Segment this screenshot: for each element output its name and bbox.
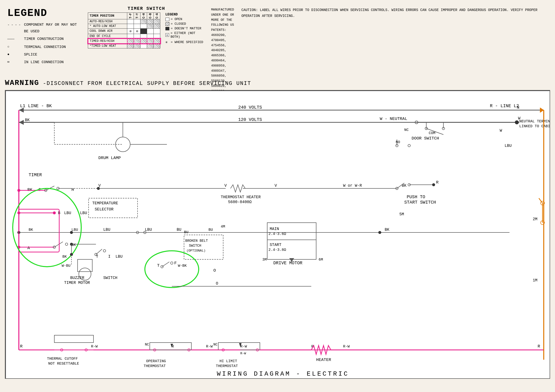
svg-marker-2	[19, 108, 24, 113]
bu-2: BU	[208, 228, 213, 232]
row-3-c4	[147, 28, 154, 34]
w-label-2: W	[500, 128, 502, 133]
lbu-b2: LBU	[80, 211, 87, 215]
black-label: = DOESN'T MATTER	[171, 27, 201, 30]
wiring-diagram-svg: L1 LINE - BK R - LINE L2 240 VOLTS 120 V…	[5, 91, 550, 379]
timer-row-6: *TIMED-LOW HEAT	[88, 44, 160, 48]
thermal-cutoff-2: NOT RESETTABLE	[48, 362, 79, 366]
svg-point-76	[432, 183, 435, 186]
w-or-wr: W or W-R	[343, 184, 362, 188]
r-line-l2: R - LINE L2	[490, 104, 519, 108]
svg-rect-82	[54, 335, 93, 343]
warning-bold: WARNING	[5, 79, 39, 87]
row-3-c2: ⊙	[134, 28, 140, 34]
bu-1: BU	[177, 228, 181, 232]
legend-text-5: IN LINE CONNECTION	[24, 59, 64, 66]
hi-limit-2: THERMOSTAT	[216, 364, 238, 368]
legend-text-3: TERMINAL CONNECTION	[24, 44, 66, 50]
either-label: = EITHER (NOT BOTH)	[171, 31, 205, 39]
start-ohm: 2.4-3.8Ω	[268, 248, 286, 252]
nc-bot-2: NC	[213, 343, 218, 346]
svg-point-64	[145, 251, 199, 288]
svg-point-45	[378, 231, 381, 234]
svg-point-62	[79, 268, 91, 280]
volts-120: 120 VOLTS	[238, 117, 262, 122]
tl-either: ⊙ = EITHER (NOT BOTH)	[165, 31, 205, 39]
push-to-start-1: PUSH TO	[407, 195, 425, 199]
legend-text-1: COMPONENT MAY OR MAY NOTBE USED	[24, 22, 77, 35]
row-5-c5	[154, 39, 160, 44]
row-6-c2	[134, 44, 140, 48]
broken-belt-3: (OPTIONAL)	[186, 249, 206, 253]
row-1-label: AUTO-REG/HIGH	[88, 19, 127, 24]
r-w-3: R-W	[206, 345, 213, 349]
warning-bar: WARNING -DISCONNECT FROM ELECTRICAL SUPP…	[5, 78, 550, 88]
o-label: O	[213, 268, 216, 273]
svg-rect-55	[78, 259, 92, 272]
row-4-c3	[140, 34, 147, 39]
row-2-c4	[147, 24, 154, 28]
l1-label: L1 LINE - BK	[20, 104, 52, 108]
hi-limit-1: HI LIMIT	[220, 359, 237, 363]
row-3-label: COOL DOWN AIR	[88, 28, 127, 34]
star-symbol: ✳	[165, 40, 169, 45]
row-4-c2	[134, 34, 140, 39]
lbu-mid: LBU	[145, 228, 152, 232]
row-5-c3	[140, 39, 147, 44]
three-m: 3M	[262, 258, 267, 262]
r-w-4: R-W	[240, 345, 247, 349]
legend-header: LEGEND	[165, 12, 205, 16]
bk-right: BK	[385, 228, 390, 232]
f-label: F	[174, 261, 177, 265]
diagram-area: L1 LINE - BK R - LINE L2 240 VOLTS 120 V…	[5, 90, 550, 379]
tl-closed: = CLOSED	[165, 22, 205, 26]
o-lower: O	[216, 281, 218, 286]
row-5-c1	[127, 39, 134, 44]
row-3-c1: ⊙	[127, 28, 134, 34]
dot-symbol: ●	[7, 51, 22, 58]
switch-label: SWITCH	[103, 276, 117, 280]
legend-item-5: ∞ IN LINE CONNECTION	[7, 59, 84, 66]
col-ca: C-A	[154, 13, 160, 19]
com-label: COM	[429, 131, 435, 135]
tl-black: = DOESN'T MATTER	[165, 27, 205, 30]
lbu-switch: LBU	[116, 254, 123, 259]
start-winding: START	[270, 243, 281, 247]
legend-item-2: ——— TIMER CONSTRUCTION	[7, 36, 84, 43]
drive-motor: DRIVE MOTOR	[273, 261, 302, 265]
v2: V	[224, 184, 227, 188]
closed-label: = CLOSED	[171, 22, 186, 26]
row-1-c5	[154, 19, 160, 24]
temp-sel-1: TEMPERATURE	[92, 201, 118, 206]
top-section: LEGEND - - - - COMPONENT MAY OR MAY NOTB…	[5, 5, 550, 76]
row-2-label: * AUTO-LOW HEAT	[88, 24, 127, 28]
v3: V	[275, 184, 277, 188]
five-m: 5M	[399, 212, 404, 217]
n-label: N	[517, 105, 519, 110]
no-label: NO	[396, 140, 400, 144]
svg-point-42	[70, 231, 73, 234]
caution-area: CAUTION: LABEL ALL WIRES PRIOR TO DISCON…	[239, 5, 550, 76]
c-label: BK	[27, 187, 33, 192]
w-bu: W-BU	[62, 264, 70, 268]
dashed-symbol: - - - -	[7, 22, 22, 29]
broken-belt-1: BROKEN BELT	[185, 239, 208, 243]
tl-star: ✳ = WHERE SPECIFIED	[165, 40, 205, 45]
row-2-c3	[140, 24, 147, 28]
timer-position-header: TIMER POSITION	[88, 13, 127, 19]
temp-sel-2: SELECTOR	[95, 207, 114, 212]
volts-240: 240 VOLTS	[238, 105, 262, 110]
legend-item-1: - - - - COMPONENT MAY OR MAY NOTBE USED	[7, 22, 84, 35]
legend-title: LEGEND	[7, 7, 84, 19]
row-4-c1	[127, 34, 134, 39]
bk-buzzer: BK	[62, 255, 67, 259]
r-bottom-right: R	[538, 344, 540, 349]
two-m-label: 2M	[533, 217, 537, 221]
legend-text-2: TIMER CONSTRUCTION	[24, 36, 64, 42]
row-5-c4	[147, 39, 154, 44]
col-ty: T-Y	[134, 13, 140, 19]
r-bottom-left: R	[20, 344, 23, 349]
legend-item-4: ● SPLICE	[7, 51, 84, 58]
heater-label: HEATER	[316, 357, 331, 362]
four-m: 4M	[221, 225, 225, 229]
